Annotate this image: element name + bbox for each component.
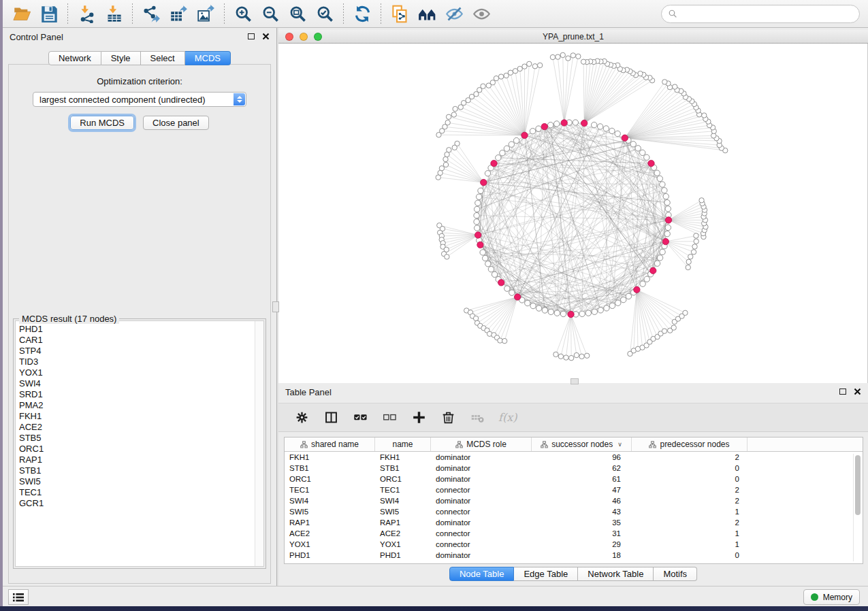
show-all-button[interactable]: [470, 2, 493, 25]
dominator-node[interactable]: [475, 232, 481, 238]
memory-button[interactable]: Memory: [803, 589, 860, 605]
tab-motifs[interactable]: Motifs: [654, 567, 697, 581]
tab-style[interactable]: Style: [101, 51, 141, 65]
table-row[interactable]: PHD1PHD1dominator180: [285, 550, 863, 561]
close-table-panel-icon[interactable]: [854, 388, 861, 395]
list-item[interactable]: STB5: [16, 433, 263, 444]
dominator-node[interactable]: [477, 242, 483, 248]
zoom-in-button[interactable]: [231, 2, 255, 25]
list-item[interactable]: PMA2: [16, 400, 263, 411]
list-item[interactable]: YOX1: [16, 367, 263, 378]
list-item[interactable]: SRD1: [16, 389, 263, 400]
list-item[interactable]: CAR1: [16, 335, 263, 346]
list-item[interactable]: ACE2: [16, 422, 263, 433]
dominator-node[interactable]: [491, 160, 497, 166]
list-item[interactable]: SWI5: [16, 476, 263, 487]
dominator-node[interactable]: [568, 311, 574, 317]
list-scrollbar[interactable]: [255, 321, 263, 566]
dominator-node[interactable]: [634, 286, 640, 293]
dominator-node[interactable]: [521, 132, 528, 138]
list-item[interactable]: RAP1: [16, 455, 263, 465]
tab-node-table[interactable]: Node Table: [449, 567, 515, 581]
search-input[interactable]: [682, 9, 853, 19]
list-item[interactable]: GCR1: [16, 498, 263, 509]
criterion-select[interactable]: largest connected component (undirected): [33, 92, 246, 107]
import-network-button[interactable]: [75, 2, 98, 25]
list-item[interactable]: SWI4: [16, 378, 263, 389]
zoom-fit-button[interactable]: [286, 2, 309, 25]
save-session-button[interactable]: [37, 2, 61, 25]
tab-edge-table[interactable]: Edge Table: [514, 567, 578, 581]
deselect-all-rows-button[interactable]: [381, 410, 398, 426]
table-row[interactable]: FKH1FKH1dominator962: [285, 452, 863, 463]
table-scrollbar[interactable]: [853, 454, 861, 561]
run-mcds-button[interactable]: Run MCDS: [70, 116, 134, 130]
select-spinner-icon[interactable]: [234, 93, 245, 105]
table-scrollbar-thumb[interactable]: [855, 455, 861, 515]
dominator-node[interactable]: [541, 123, 547, 129]
column-header-predecessor-nodes[interactable]: predecessor nodes: [632, 437, 748, 451]
zoom-selected-button[interactable]: [313, 2, 336, 25]
dominator-node[interactable]: [650, 267, 656, 274]
dominator-node[interactable]: [648, 160, 654, 166]
list-item[interactable]: TID3: [16, 357, 263, 367]
duplicate-network-button[interactable]: [388, 2, 411, 25]
delete-row-button[interactable]: [440, 410, 456, 426]
zoom-out-button[interactable]: [259, 2, 282, 25]
table-options-button[interactable]: [293, 410, 310, 426]
table-row[interactable]: RAP1RAP1dominator352: [285, 517, 863, 528]
export-table-button[interactable]: [167, 2, 190, 25]
tab-network-table[interactable]: Network Table: [578, 567, 654, 581]
show-columns-button[interactable]: [323, 410, 339, 426]
divider-grip[interactable]: [272, 301, 279, 312]
dominator-node[interactable]: [581, 120, 587, 126]
add-row-button[interactable]: [411, 410, 427, 426]
list-item[interactable]: STB1: [16, 465, 263, 476]
panel-resize-grip[interactable]: [570, 378, 579, 384]
column-header-name[interactable]: name: [375, 437, 431, 451]
table-row[interactable]: YOX1YOX1connector291: [285, 539, 863, 550]
open-file-button[interactable]: [10, 2, 33, 25]
network-window-titlebar[interactable]: YPA_prune.txt_1: [278, 30, 868, 44]
import-table-button[interactable]: [102, 2, 125, 25]
float-panel-icon[interactable]: [248, 33, 255, 39]
table-row[interactable]: SWI4SWI4dominator462: [285, 495, 863, 506]
table-row[interactable]: SWI5SWI5connector431: [285, 506, 863, 517]
list-item[interactable]: STP4: [16, 346, 263, 357]
dominator-node[interactable]: [665, 217, 671, 223]
mcds-result-list[interactable]: PHD1CAR1STP4TID3YOX1SWI4SRD1PMA2FKH1ACE2…: [15, 320, 264, 567]
list-item[interactable]: PHD1: [16, 324, 263, 335]
refresh-button[interactable]: [351, 2, 374, 25]
list-item[interactable]: FKH1: [16, 411, 263, 422]
tab-mcds[interactable]: MCDS: [185, 51, 231, 65]
network-view-canvas[interactable]: [278, 44, 868, 383]
tab-network[interactable]: Network: [48, 51, 101, 65]
dominator-node[interactable]: [514, 294, 520, 300]
dominator-node[interactable]: [662, 238, 669, 244]
list-item[interactable]: ORC1: [16, 444, 263, 455]
hide-selected-button[interactable]: [443, 2, 466, 25]
tab-select[interactable]: Select: [141, 51, 185, 65]
column-header-shared-name[interactable]: shared name: [285, 437, 375, 451]
table-row[interactable]: ACE2ACE2connector311: [285, 528, 863, 539]
network-graph[interactable]: [278, 44, 868, 383]
table-row[interactable]: STB1STB1dominator620: [285, 463, 863, 474]
dominator-node[interactable]: [622, 135, 628, 141]
dominator-node[interactable]: [561, 120, 567, 126]
task-history-button[interactable]: [8, 589, 29, 605]
first-neighbors-button[interactable]: [415, 2, 438, 25]
close-panel-button[interactable]: Close panel: [143, 116, 209, 130]
export-image-button[interactable]: [194, 2, 217, 25]
dominator-node[interactable]: [481, 179, 487, 185]
column-header-MCDS-role[interactable]: MCDS role: [431, 437, 532, 451]
table-row[interactable]: ORC1ORC1dominator610: [285, 474, 863, 484]
export-network-button[interactable]: [140, 2, 163, 25]
select-all-rows-button[interactable]: [352, 410, 368, 426]
column-header-successor-nodes[interactable]: successor nodes∨: [532, 437, 632, 451]
list-item[interactable]: TEC1: [16, 487, 263, 498]
table-row[interactable]: TEC1TEC1connector472: [285, 484, 863, 495]
float-table-panel-icon[interactable]: [839, 389, 846, 395]
close-panel-icon[interactable]: [262, 33, 270, 40]
search-box[interactable]: [661, 5, 860, 23]
dominator-node[interactable]: [498, 280, 504, 286]
